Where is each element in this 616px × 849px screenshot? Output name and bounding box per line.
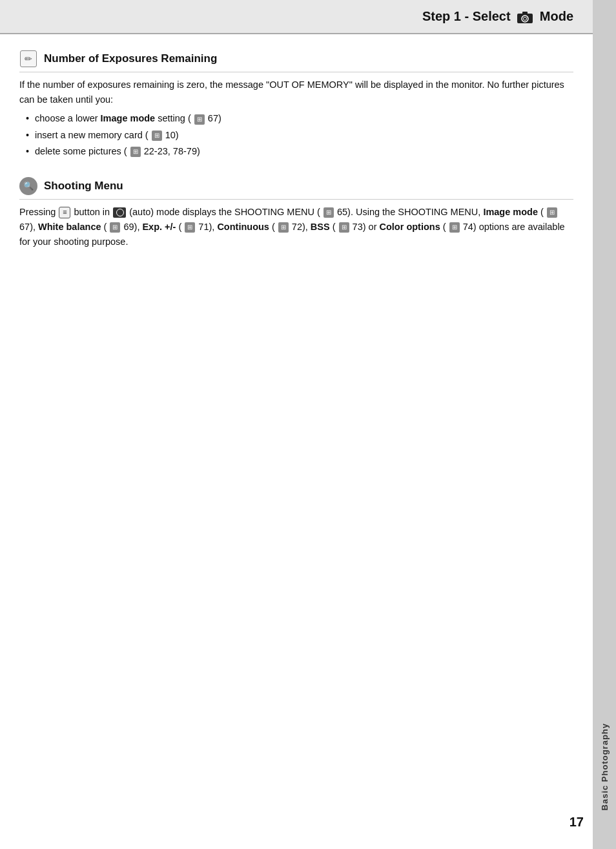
ref-icon-9: [339, 222, 349, 233]
sidebar-label: Basic Photography: [600, 723, 610, 810]
ref-icon-5: [547, 207, 557, 218]
ref-icon-1: [194, 114, 205, 125]
exposures-icon: [19, 50, 37, 68]
camera-mag-icon: [19, 177, 37, 195]
camera-mode-icon: [517, 11, 533, 24]
page-wrapper: Step 1 - Select Mode: [0, 0, 616, 849]
bullet-delete: delete some pictures ( 22-23, 78-79): [26, 144, 573, 159]
ref-icon-4: [323, 207, 334, 218]
pencil-icon: [20, 50, 37, 67]
page-number: 17: [570, 815, 584, 830]
ref-icon-8: [278, 222, 289, 233]
shooting-menu-icon-wrapper: [19, 177, 37, 195]
section-shooting-header: Shooting Menu: [19, 177, 573, 200]
exposures-intro: If the number of exposures remaining is …: [19, 78, 573, 107]
bullet-image-mode: choose a lower Image mode setting ( 67): [26, 111, 573, 126]
camera-icon-header: [514, 9, 540, 23]
title-prefix: Step 1 - Select: [422, 9, 511, 23]
page-title: Step 1 - Select Mode: [422, 9, 573, 23]
exposures-bullets: choose a lower Image mode setting ( 67) …: [26, 111, 573, 159]
page-header: Step 1 - Select Mode: [0, 0, 593, 34]
sidebar-tab: Basic Photography: [593, 0, 616, 849]
shooting-menu-text: Pressing button in (auto) mode displays …: [19, 205, 573, 250]
section-exposures: Number of Exposures Remaining If the num…: [19, 50, 573, 159]
content-area: Number of Exposures Remaining If the num…: [0, 34, 593, 849]
ref-icon-6: [110, 222, 120, 233]
section-shooting-menu: Shooting Menu Pressing button in (auto) …: [19, 177, 573, 250]
bullet-memory-card: insert a new memory card ( 10): [26, 128, 573, 143]
svg-rect-1: [522, 12, 528, 15]
shooting-menu-title: Shooting Menu: [44, 180, 123, 193]
ref-icon-7: [185, 222, 195, 233]
menu-button-icon: [59, 207, 70, 218]
main-content: Step 1 - Select Mode: [0, 0, 593, 849]
ref-icon-2: [152, 131, 162, 141]
exposures-title: Number of Exposures Remaining: [44, 52, 217, 65]
section-exposures-header: Number of Exposures Remaining: [19, 50, 573, 72]
exposures-body: If the number of exposures remaining is …: [19, 78, 573, 159]
camera-auto-icon: [113, 207, 126, 218]
title-suffix: Mode: [540, 9, 573, 23]
ref-icon-10: [449, 222, 460, 233]
ref-icon-3: [130, 147, 141, 157]
shooting-menu-body: Pressing button in (auto) mode displays …: [19, 205, 573, 250]
